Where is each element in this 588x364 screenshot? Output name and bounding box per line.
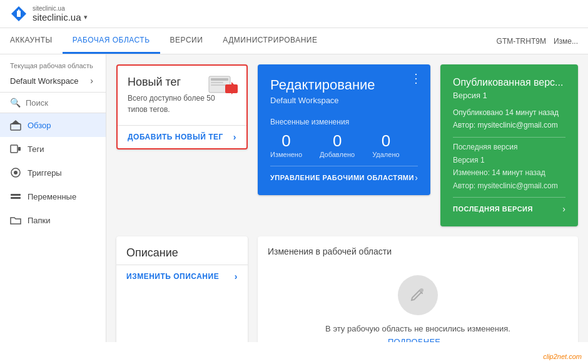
edit-card-subtitle: Default Workspace xyxy=(270,96,418,105)
trigger-icon xyxy=(10,167,21,178)
svg-marker-4 xyxy=(11,120,21,124)
description-card: Описание ИЗМЕНИТЬ ОПИСАНИЕ › xyxy=(116,236,248,342)
sidebar-item-tags[interactable]: Теги xyxy=(0,137,106,161)
learn-more-link[interactable]: ПОДРОБНЕЕ... xyxy=(388,337,448,342)
changes-empty-text: В эту рабочую область не вносились измен… xyxy=(325,324,510,333)
published-last-info: Версия 1 Изменено: 14 минут назад Автор:… xyxy=(453,154,565,192)
variable-icon xyxy=(10,191,21,202)
changes-empty-icon xyxy=(398,275,438,315)
svg-rect-9 xyxy=(11,194,21,196)
edit-footer-label: УПРАВЛЕНИЕ РАБОЧИМИ ОБЛАСТЯМИ xyxy=(270,174,414,181)
edit-card-title: Редактирование xyxy=(270,77,418,93)
nav-item-accounts[interactable]: АККАУНТЫ xyxy=(0,28,63,54)
nav-item-admin[interactable]: АДМИНИСТРИРОВАНИЕ xyxy=(213,28,327,54)
search-input[interactable] xyxy=(26,98,96,108)
description-change-btn[interactable]: ИЗМЕНИТЬ ОПИСАНИЕ › xyxy=(116,265,248,288)
new-tag-btn-label: ДОБАВИТЬ НОВЫЙ ТЕГ xyxy=(128,133,223,141)
published-footer[interactable]: ПОСЛЕДНЯЯ ВЕРСИЯ › xyxy=(453,197,565,214)
published-card: Опубликованная верс... Версия 1 Опублико… xyxy=(440,64,578,226)
workspace-label: Текущая рабочая область xyxy=(0,54,106,72)
pencil-icon xyxy=(409,286,427,304)
edit-num-changed-lbl: Изменено xyxy=(270,151,302,158)
sidebar-item-overview[interactable]: Обзор xyxy=(0,113,106,137)
workspace-name-text: Default Workspace xyxy=(10,76,79,86)
container-id: GTM-TRHT9M xyxy=(497,37,546,46)
svg-rect-3 xyxy=(11,124,21,130)
svg-rect-1 xyxy=(17,11,21,17)
edit-card-more-icon[interactable]: ⋮ xyxy=(410,71,423,86)
gtm-logo-icon xyxy=(10,5,28,23)
changes-section: Изменения в рабочей области В эту рабочу… xyxy=(258,236,578,342)
published-footer-arrow-icon: › xyxy=(562,204,565,214)
description-btn-label: ИЗМЕНИТЬ ОПИСАНИЕ xyxy=(126,272,219,281)
nav-more-text[interactable]: Изме... xyxy=(554,37,578,46)
main-content: Новый тег Всего доступно более 50 типов … xyxy=(106,54,588,342)
svg-rect-2 xyxy=(18,9,19,11)
description-card-title: Описание xyxy=(126,246,238,260)
sidebar-item-variables-label: Переменные xyxy=(28,192,76,201)
published-last-label: Последняя версия xyxy=(453,143,565,151)
new-tag-card: Новый тег Всего доступно более 50 типов … xyxy=(116,64,248,149)
top-nav: АККАУНТЫ РАБОЧАЯ ОБЛАСТЬ ВЕРСИИ АДМИНИСТ… xyxy=(0,28,588,54)
sidebar-search: 🔍 xyxy=(0,92,106,113)
edit-card-numbers: 0 Изменено 0 Добавлено 0 Удалено xyxy=(270,131,418,158)
edit-footer-arrow-icon: › xyxy=(415,173,418,183)
edit-card-footer[interactable]: УПРАВЛЕНИЕ РАБОЧИМИ ОБЛАСТЯМИ › xyxy=(270,166,418,183)
changes-title: Изменения в рабочей области xyxy=(268,246,568,256)
edit-card-changes-label: Внесенные изменения xyxy=(270,118,418,126)
edit-num-changed-val: 0 xyxy=(270,131,302,151)
workspace-name-btn[interactable]: Default Workspace › xyxy=(0,72,101,89)
new-tag-add-btn[interactable]: ДОБАВИТЬ НОВЫЙ ТЕГ › xyxy=(118,125,246,148)
nav-item-versions[interactable]: ВЕРСИИ xyxy=(160,28,213,54)
edit-num-deleted-val: 0 xyxy=(372,131,399,151)
description-btn-arrow-icon: › xyxy=(235,271,238,281)
published-card-version: Версия 1 xyxy=(453,91,565,100)
published-divider xyxy=(453,137,565,138)
workspace-arrow-icon: › xyxy=(90,76,93,86)
layout: Текущая рабочая область Default Workspac… xyxy=(0,54,588,342)
cards-row-2: Описание ИЗМЕНИТЬ ОПИСАНИЕ › Изменения в… xyxy=(116,236,578,342)
tag-illustration-icon xyxy=(208,73,239,100)
edit-num-added-val: 0 xyxy=(320,131,355,151)
header: siteclinic.ua siteclinic.ua ▾ xyxy=(0,0,588,28)
site-name: siteclinic.ua xyxy=(33,12,81,23)
site-sub-label: siteclinic.ua xyxy=(33,5,88,12)
svg-point-17 xyxy=(420,288,423,292)
sidebar: Текущая рабочая область Default Workspac… xyxy=(0,54,106,342)
edit-num-deleted-lbl: Удалено xyxy=(372,151,399,158)
edit-card[interactable]: ⋮ Редактирование Default Workspace Внесе… xyxy=(258,64,430,195)
sidebar-item-triggers-label: Триггеры xyxy=(28,168,62,178)
edit-card-num-added: 0 Добавлено xyxy=(320,131,355,158)
edit-num-added-lbl: Добавлено xyxy=(320,151,355,158)
search-icon: 🔍 xyxy=(10,98,21,108)
svg-rect-5 xyxy=(11,145,18,153)
nav-item-workspace[interactable]: РАБОЧАЯ ОБЛАСТЬ xyxy=(63,28,160,54)
home-icon xyxy=(10,119,21,131)
sidebar-item-tags-label: Теги xyxy=(28,144,44,154)
svg-rect-12 xyxy=(211,78,228,81)
sidebar-item-triggers[interactable]: Триггеры xyxy=(0,161,106,185)
new-tag-btn-arrow-icon: › xyxy=(233,132,236,142)
svg-point-8 xyxy=(14,171,18,174)
sidebar-item-folders[interactable]: Папки xyxy=(0,208,106,232)
sidebar-item-folders-label: Папки xyxy=(28,216,51,225)
tag-icon xyxy=(10,143,21,154)
dropdown-arrow-icon: ▾ xyxy=(84,13,88,21)
site-name-dropdown[interactable]: siteclinic.ua ▾ xyxy=(33,12,88,23)
svg-rect-6 xyxy=(18,147,21,151)
published-card-title: Опубликованная верс... xyxy=(453,77,565,88)
edit-card-num-changed: 0 Изменено xyxy=(270,131,302,158)
nav-right: GTM-TRHT9M Изме... xyxy=(497,37,588,46)
site-info: siteclinic.ua siteclinic.ua ▾ xyxy=(33,5,88,23)
sidebar-item-variables[interactable]: Переменные xyxy=(0,185,106,208)
cards-row: Новый тег Всего доступно более 50 типов … xyxy=(116,64,578,226)
svg-rect-13 xyxy=(211,82,223,83)
svg-rect-10 xyxy=(11,197,21,199)
published-card-info: Опубликовано 14 минут назад Автор: mysit… xyxy=(453,106,565,132)
logo-area: siteclinic.ua siteclinic.ua ▾ xyxy=(10,5,88,23)
published-footer-label: ПОСЛЕДНЯЯ ВЕРСИЯ xyxy=(453,205,533,213)
sidebar-item-overview-label: Обзор xyxy=(28,121,51,130)
svg-rect-14 xyxy=(211,84,226,86)
folder-icon xyxy=(10,215,21,226)
edit-card-num-deleted: 0 Удалено xyxy=(372,131,399,158)
